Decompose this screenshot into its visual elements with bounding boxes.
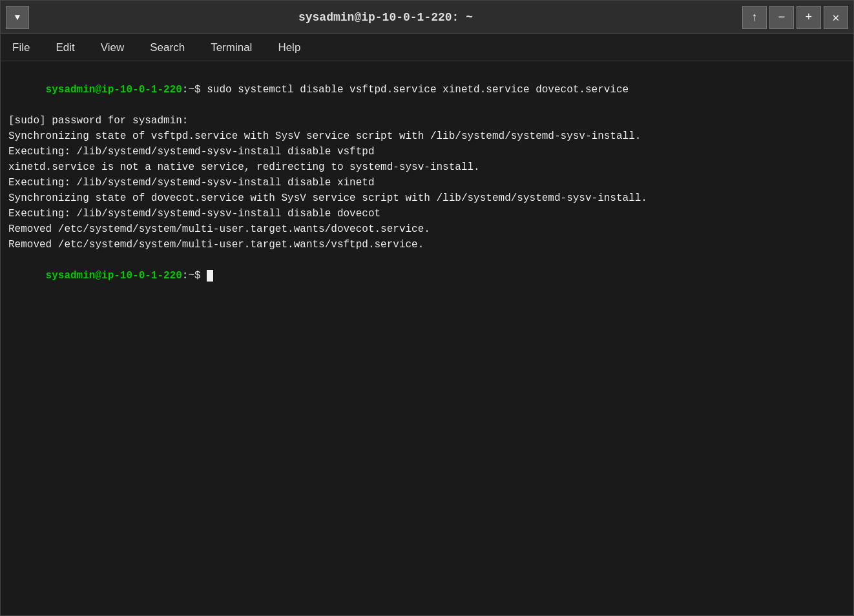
output-line-10: Removed /etc/systemd/system/multi-user.t… xyxy=(8,237,846,252)
menu-bar: File Edit View Search Terminal Help xyxy=(1,34,853,61)
output-line-3: Synchronizing state of vsftpd.service wi… xyxy=(8,128,846,144)
output-line-5: xinetd.service is not a native service, … xyxy=(8,159,846,175)
prompt-suffix-2: :~$ xyxy=(182,270,207,282)
command-text-1: sudo systemctl disable vsftpd.service xi… xyxy=(207,84,629,96)
terminal-content[interactable]: sysadmin@ip-10-0-1-220:~$ sudo systemctl… xyxy=(1,61,853,615)
output-line-8: Executing: /lib/systemd/systemd-sysv-ins… xyxy=(8,206,846,221)
cursor-blink xyxy=(207,270,213,282)
dropdown-icon: ▼ xyxy=(15,12,20,23)
prompt-line-2: sysadmin@ip-10-0-1-220:~$ xyxy=(8,252,846,299)
menu-view[interactable]: View xyxy=(97,39,129,57)
output-line-4: Executing: /lib/systemd/systemd-sysv-ins… xyxy=(8,144,846,159)
menu-help[interactable]: Help xyxy=(274,39,304,57)
menu-terminal[interactable]: Terminal xyxy=(207,39,256,57)
menu-file[interactable]: File xyxy=(8,39,34,57)
terminal-window: ▼ sysadmin@ip-10-0-1-220: ~ ↑ − + ✕ File… xyxy=(0,0,854,616)
window-title: sysadmin@ip-10-0-1-220: ~ xyxy=(29,11,742,24)
output-line-2: [sudo] password for sysadmin: xyxy=(8,113,846,128)
output-line-7: Synchronizing state of dovecot.service w… xyxy=(8,190,846,206)
output-line-9: Removed /etc/systemd/system/multi-user.t… xyxy=(8,221,846,237)
menu-search[interactable]: Search xyxy=(146,39,189,57)
minimize-button[interactable]: − xyxy=(769,6,794,29)
close-button[interactable]: ✕ xyxy=(824,6,848,29)
title-bar: ▼ sysadmin@ip-10-0-1-220: ~ ↑ − + ✕ xyxy=(1,1,853,34)
prompt-2: sysadmin@ip-10-0-1-220 xyxy=(46,270,182,282)
command-line-1: sysadmin@ip-10-0-1-220:~$ sudo systemctl… xyxy=(8,67,846,113)
window-menu-button[interactable]: ▼ xyxy=(6,6,29,29)
prompt-suffix-1: :~$ xyxy=(182,84,207,96)
menu-edit[interactable]: Edit xyxy=(52,39,78,57)
prompt-1: sysadmin@ip-10-0-1-220 xyxy=(46,84,182,96)
scroll-up-button[interactable]: ↑ xyxy=(742,6,767,29)
window-controls: ↑ − + ✕ xyxy=(742,6,848,29)
maximize-button[interactable]: + xyxy=(797,6,821,29)
output-line-6: Executing: /lib/systemd/systemd-sysv-ins… xyxy=(8,175,846,190)
